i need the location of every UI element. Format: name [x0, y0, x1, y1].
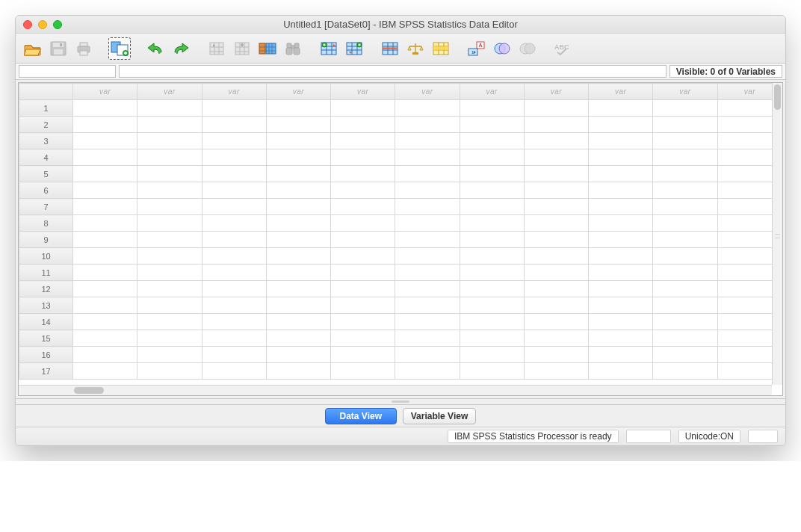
grid-cell[interactable] — [266, 330, 330, 347]
grid-cell[interactable] — [524, 117, 588, 133]
grid-cell[interactable] — [202, 133, 266, 149]
grid-cell[interactable] — [73, 363, 137, 380]
value-labels-button[interactable]: A 1 — [466, 37, 488, 60]
grid-cell[interactable] — [266, 215, 330, 232]
grid-cell[interactable] — [653, 363, 717, 380]
grid-cell[interactable] — [524, 133, 588, 149]
grid-cell[interactable] — [524, 281, 588, 297]
grid-cell[interactable] — [331, 281, 395, 297]
zoom-icon[interactable] — [53, 20, 62, 29]
save-button[interactable] — [47, 37, 69, 60]
grid-cell[interactable] — [395, 166, 460, 182]
grid-cell[interactable] — [73, 314, 137, 330]
grid-cell[interactable] — [202, 265, 266, 281]
grid-cell[interactable] — [266, 100, 330, 117]
grid-cell[interactable] — [266, 149, 330, 166]
row-header[interactable]: 7 — [19, 199, 73, 215]
horizontal-scrollbar[interactable] — [19, 385, 772, 395]
grid-cell[interactable] — [202, 314, 266, 330]
grid-cell[interactable] — [202, 347, 266, 363]
grid-cell[interactable] — [266, 265, 330, 281]
grid-resize-handle[interactable] — [16, 399, 785, 405]
insert-case-button[interactable] — [318, 37, 340, 60]
grid-cell[interactable] — [137, 117, 202, 133]
grid-cell[interactable] — [266, 248, 330, 265]
grid-cell[interactable] — [137, 166, 202, 182]
grid-cell[interactable] — [73, 182, 137, 199]
grid-cell[interactable] — [137, 330, 202, 347]
grid-cell[interactable] — [524, 248, 588, 265]
grid-cell[interactable] — [653, 314, 717, 330]
row-header[interactable]: 14 — [19, 314, 73, 330]
spellcheck-button[interactable]: ABC — [552, 37, 575, 60]
grid-cell[interactable] — [460, 314, 524, 330]
row-header[interactable]: 8 — [19, 215, 73, 232]
grid-cell[interactable] — [137, 215, 202, 232]
grid-cell[interactable] — [73, 166, 137, 182]
grid-cell[interactable] — [653, 265, 717, 281]
grid-cell[interactable] — [395, 363, 460, 380]
grid-cell[interactable] — [331, 117, 395, 133]
weight-cases-button[interactable] — [404, 37, 427, 60]
grid-cell[interactable] — [653, 215, 717, 232]
grid-cell[interactable] — [395, 330, 460, 347]
grid-cell[interactable] — [653, 330, 717, 347]
grid-cell[interactable] — [73, 232, 137, 248]
column-header[interactable]: var — [266, 84, 330, 100]
grid-cell[interactable] — [395, 100, 460, 117]
cell-name-box[interactable] — [19, 65, 116, 78]
row-header[interactable]: 17 — [19, 363, 73, 380]
grid-cell[interactable] — [653, 149, 717, 166]
grid-cell[interactable] — [524, 199, 588, 215]
grid-cell[interactable] — [266, 297, 330, 314]
row-header[interactable]: 1 — [19, 100, 73, 117]
grid-cell[interactable] — [202, 117, 266, 133]
grid-cell[interactable] — [266, 199, 330, 215]
grid-cell[interactable] — [589, 297, 653, 314]
column-header[interactable]: var — [137, 84, 202, 100]
grid-cell[interactable] — [653, 297, 717, 314]
grid-cell[interactable] — [395, 117, 460, 133]
row-header[interactable]: 6 — [19, 182, 73, 199]
grid-cell[interactable] — [137, 265, 202, 281]
cell-value-box[interactable] — [119, 65, 667, 78]
row-header[interactable]: 2 — [19, 117, 73, 133]
use-variable-sets-button[interactable] — [491, 37, 513, 60]
grid-cell[interactable] — [137, 232, 202, 248]
show-all-variables-button[interactable] — [516, 37, 539, 60]
grid-cell[interactable] — [524, 100, 588, 117]
grid-cell[interactable] — [460, 149, 524, 166]
grid-cell[interactable] — [395, 265, 460, 281]
grid-cell[interactable] — [73, 199, 137, 215]
grid-cell[interactable] — [137, 133, 202, 149]
row-header[interactable]: 11 — [19, 265, 73, 281]
tab-data-view[interactable]: Data View — [325, 408, 397, 424]
grid-cell[interactable] — [589, 281, 653, 297]
grid-cell[interactable] — [202, 330, 266, 347]
row-header[interactable]: 9 — [19, 232, 73, 248]
grid-cell[interactable] — [202, 281, 266, 297]
grid-cell[interactable] — [653, 281, 717, 297]
grid-cell[interactable] — [331, 363, 395, 380]
grid-cell[interactable] — [589, 133, 653, 149]
grid-cell[interactable] — [266, 347, 330, 363]
grid-cell[interactable] — [202, 248, 266, 265]
grid-cell[interactable] — [331, 347, 395, 363]
grid-cell[interactable] — [266, 232, 330, 248]
column-header[interactable]: var — [331, 84, 395, 100]
goto-case-button[interactable] — [205, 37, 228, 60]
data-grid[interactable]: varvarvarvarvarvarvarvarvarvarvar1234567… — [18, 82, 783, 396]
grid-cell[interactable] — [653, 182, 717, 199]
grid-cell[interactable] — [202, 149, 266, 166]
grid-cell[interactable] — [395, 133, 460, 149]
grid-cell[interactable] — [202, 232, 266, 248]
grid-cell[interactable] — [73, 149, 137, 166]
scroll-thumb[interactable] — [774, 84, 781, 110]
grid-cell[interactable] — [589, 100, 653, 117]
grid-cell[interactable] — [395, 215, 460, 232]
grid-cell[interactable] — [202, 199, 266, 215]
grid-cell[interactable] — [589, 215, 653, 232]
grid-cell[interactable] — [331, 100, 395, 117]
grid-cell[interactable] — [331, 166, 395, 182]
tab-variable-view[interactable]: Variable View — [403, 408, 477, 424]
